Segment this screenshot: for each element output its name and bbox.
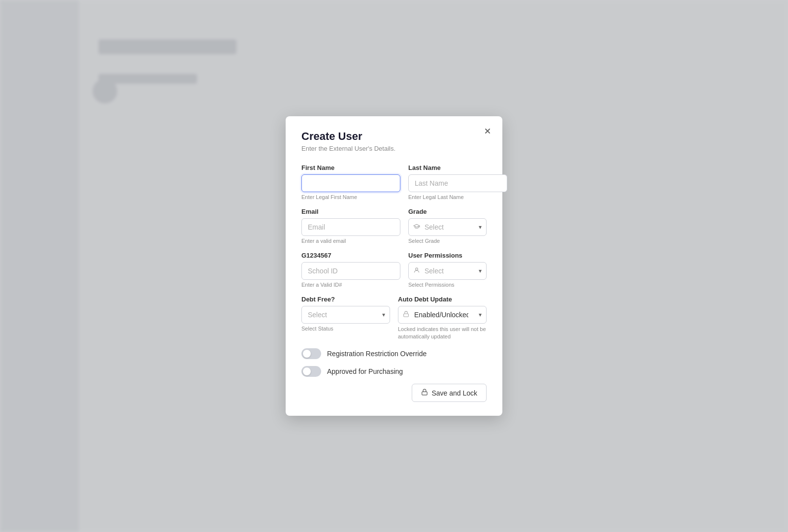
- user-permissions-label: User Permissions: [408, 252, 487, 259]
- close-button[interactable]: [481, 124, 494, 138]
- modal-subtitle: Enter the External User's Details.: [301, 145, 487, 152]
- debt-free-group: Debt Free? Select ▾ Select Status: [301, 296, 390, 341]
- gid-hint: Enter a Valid ID#: [301, 282, 400, 288]
- email-grade-row: Email Enter a valid email Grade Select: [301, 208, 487, 244]
- debt-free-select[interactable]: Select: [301, 306, 390, 324]
- grade-select[interactable]: Select: [408, 218, 487, 236]
- registration-restriction-row: Registration Restriction Override: [301, 348, 487, 359]
- user-permissions-select-wrapper: Select ▾: [408, 262, 487, 280]
- first-name-label: First Name: [301, 164, 400, 171]
- email-hint: Enter a valid email: [301, 238, 400, 244]
- gid-input[interactable]: [301, 262, 400, 280]
- last-name-group: Last Name Enter Legal Last Name: [408, 164, 507, 200]
- last-name-input[interactable]: [408, 174, 507, 192]
- name-row: First Name Enter Legal First Name Last N…: [301, 164, 487, 200]
- gid-group: G1234567 Enter a Valid ID#: [301, 252, 400, 288]
- email-label: Email: [301, 208, 400, 215]
- auto-debt-label: Auto Debt Update: [398, 296, 487, 303]
- approved-purchasing-slider: [301, 366, 321, 377]
- grade-hint: Select Grade: [408, 238, 487, 244]
- debt-free-hint: Select Status: [301, 326, 390, 332]
- approved-purchasing-row: Approved for Purchasing: [301, 366, 487, 377]
- approved-purchasing-toggle[interactable]: [301, 366, 321, 377]
- gid-label: G1234567: [301, 252, 400, 259]
- modal-footer: Save and Lock: [301, 384, 487, 402]
- modal-overlay: Create User Enter the External User's De…: [0, 0, 788, 532]
- auto-debt-group: Auto Debt Update Enabled/Unlocked ▾ Lock…: [398, 296, 487, 341]
- last-name-hint: Enter Legal Last Name: [408, 194, 507, 200]
- email-group: Email Enter a valid email: [301, 208, 400, 244]
- last-name-label: Last Name: [408, 164, 507, 171]
- debt-row: Debt Free? Select ▾ Select Status Auto D…: [301, 296, 487, 341]
- svg-rect-2: [422, 392, 427, 395]
- first-name-input[interactable]: [301, 174, 400, 192]
- user-permissions-select[interactable]: Select: [408, 262, 487, 280]
- grade-label: Grade: [408, 208, 487, 215]
- save-lock-icon: [421, 389, 428, 397]
- first-name-hint: Enter Legal First Name: [301, 194, 400, 200]
- user-permissions-group: User Permissions Select ▾ Select Permiss…: [408, 252, 487, 288]
- email-input[interactable]: [301, 218, 400, 236]
- registration-restriction-slider: [301, 348, 321, 359]
- user-permissions-hint: Select Permissions: [408, 282, 487, 288]
- debt-free-select-wrapper: Select ▾: [301, 306, 390, 324]
- registration-restriction-label: Registration Restriction Override: [327, 350, 427, 358]
- auto-debt-hint: Locked indicates this user will not be a…: [398, 326, 487, 341]
- registration-restriction-toggle[interactable]: [301, 348, 321, 359]
- auto-debt-select-wrapper: Enabled/Unlocked ▾: [398, 306, 487, 324]
- first-name-group: First Name Enter Legal First Name: [301, 164, 400, 200]
- save-and-lock-label: Save and Lock: [431, 389, 477, 397]
- approved-purchasing-label: Approved for Purchasing: [327, 367, 403, 375]
- auto-debt-select[interactable]: Enabled/Unlocked: [398, 306, 487, 324]
- save-and-lock-button[interactable]: Save and Lock: [412, 384, 487, 402]
- debt-free-label: Debt Free?: [301, 296, 390, 303]
- create-user-modal: Create User Enter the External User's De…: [286, 116, 502, 416]
- modal-title: Create User: [301, 130, 487, 143]
- grade-group: Grade Select ▾ Select Grade: [408, 208, 487, 244]
- grade-select-wrapper: Select ▾: [408, 218, 487, 236]
- id-permissions-row: G1234567 Enter a Valid ID# User Permissi…: [301, 252, 487, 288]
